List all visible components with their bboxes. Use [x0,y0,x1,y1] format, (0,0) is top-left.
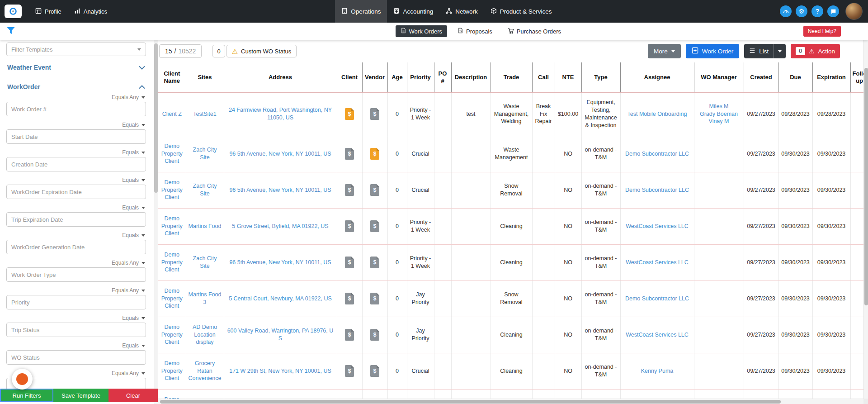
work-order-row[interactable]: Demo Property Client [158,389,863,399]
client-invoice-icon[interactable]: $ [345,184,354,196]
filter-templates-select[interactable]: Filter Templates [6,43,146,56]
section-weather-event[interactable]: Weather Event [6,60,146,75]
site-link[interactable]: AD Demo Location display [193,324,217,346]
assignee-link[interactable]: WestCoast Services LLC [626,223,689,229]
column-header-due[interactable]: Due [778,62,812,92]
client-invoice-icon[interactable]: $ [345,365,354,377]
column-header-wo-manager[interactable]: WO Manager [694,62,744,92]
list-view-button[interactable]: List [744,44,774,58]
column-header-type[interactable]: Type [581,62,620,92]
client-invoice-icon[interactable]: $ [345,293,354,304]
client-invoice-icon[interactable]: $ [345,220,354,232]
site-link[interactable]: Grocery Ratan Convenience [189,360,222,382]
dashboard-gauge-icon[interactable] [780,5,792,17]
vendor-invoice-icon[interactable]: $ [370,220,379,232]
vendor-invoice-icon[interactable]: $ [370,293,379,304]
vertical-scrollbar-thumb[interactable] [864,68,868,305]
filter-funnel-icon[interactable] [6,27,15,36]
site-link[interactable]: TestSite1 [193,111,216,117]
client-invoice-icon[interactable]: $ [345,148,354,160]
sidebar-scrollbar[interactable] [154,40,158,404]
address-link[interactable]: 171 W 29th St, New York, NY 10001, US [229,368,331,374]
filter-input-priority[interactable] [6,295,146,309]
vendor-invoice-icon[interactable]: $ [370,329,379,341]
filter-operator-dropdown[interactable]: Equals [6,315,146,321]
filter-input-workorder-generation-date[interactable] [6,240,146,254]
filter-input-trip-expiration-date[interactable] [6,212,146,227]
column-header-client[interactable]: Client [337,62,362,92]
sidebar-scrollbar-thumb[interactable] [154,43,158,193]
wo-manager-link[interactable]: Vinay M [697,118,741,125]
save-template-button[interactable]: Save Template [53,389,108,402]
client-invoice-icon[interactable]: $ [345,108,354,120]
new-work-order-button[interactable]: Work Order [686,44,740,58]
column-header-follow-up[interactable]: Follow up [850,62,863,92]
assignee-link[interactable]: Demo Subcontractor LLC [625,295,689,302]
column-header-created[interactable]: Created [744,62,778,92]
filter-operator-dropdown[interactable]: Equals [6,149,146,156]
app-logo[interactable] [5,5,22,18]
client-name-link[interactable]: Demo Property Client [161,179,183,201]
column-header-client-name[interactable]: Client Name [158,62,186,92]
filter-operator-dropdown[interactable]: Equals Any [6,260,146,266]
column-header-assignee[interactable]: Assignee [620,62,694,92]
client-name-link[interactable]: Client Z [162,111,182,117]
column-header-address[interactable]: Address [224,62,337,92]
address-link[interactable]: 24 Farmview Road, Port Washington, NY 11… [229,107,332,121]
filter-input-wo-status[interactable] [6,350,146,365]
address-link[interactable]: 600 Valley Road, Warrington, PA 18976, U… [227,328,334,342]
more-button[interactable]: More [648,44,681,58]
vendor-invoice-icon[interactable]: $ [370,257,379,268]
client-name-link[interactable]: Demo Property Client [161,288,183,309]
nav-accounting[interactable]: Accounting [387,0,439,23]
site-link[interactable]: Martins Food 3 [189,291,222,305]
column-header-age[interactable]: Age [387,62,407,92]
vendor-invoice-icon[interactable]: $ [370,148,379,160]
clear-filters-button[interactable]: Clear [108,389,158,402]
work-order-row[interactable]: Demo Property ClientZach City Site96 5th… [158,136,863,172]
nav-network[interactable]: Network [439,0,484,23]
filter-operator-dropdown[interactable]: Equals [6,342,146,349]
column-header-trade[interactable]: Trade [491,62,532,92]
assignee-link[interactable]: Test Mobile Onboarding [627,111,687,117]
filter-operator-dropdown[interactable]: Equals [6,204,146,211]
horizontal-scrollbar-thumb[interactable] [160,400,781,404]
need-help-button[interactable]: Need Help? [803,26,841,37]
column-header-nte[interactable]: NTE [555,62,581,92]
work-order-row[interactable]: Demo Property ClientZach City Site96 5th… [158,244,863,280]
site-link[interactable]: Zach City Site [193,255,217,269]
filter-operator-dropdown[interactable]: Equals [6,232,146,238]
filter-input-work-order[interactable] [6,102,146,116]
client-name-link[interactable]: Demo Property Client [161,143,183,165]
vendor-invoice-icon[interactable]: $ [370,184,379,196]
filter-input-creation-date[interactable] [6,157,146,171]
filter-input-workorder-expiration-date[interactable] [6,185,146,199]
client-name-link[interactable]: Demo Property Client [161,215,183,237]
run-filters-button[interactable]: Run Filters [0,389,53,402]
horizontal-scrollbar[interactable] [158,399,863,404]
work-order-row[interactable]: Client ZTestSite124 Farmview Road, Port … [158,92,863,136]
assignee-link[interactable]: WestCoast Services LLC [626,259,689,266]
chat-icon[interactable] [827,5,839,17]
tab-proposals[interactable]: Proposals [453,25,497,37]
address-link[interactable]: 96 5th Avenue, New York, NY 10011, US [229,259,331,266]
column-header-sites[interactable]: Sites [186,62,224,92]
work-order-row[interactable]: Demo Property ClientAD Demo Location dis… [158,317,863,353]
client-invoice-icon[interactable]: $ [345,329,354,341]
address-link[interactable]: 96 5th Avenue, New York, NY 10011, US [229,187,331,193]
column-header-vendor[interactable]: Vendor [362,62,387,92]
chat-widget-button[interactable] [12,369,33,390]
tab-work-orders[interactable]: Work Orders [396,25,447,37]
assignee-link[interactable]: Kenny Puma [641,368,674,374]
filter-operator-dropdown[interactable]: Equals [6,122,146,128]
help-icon[interactable]: ? [811,5,823,17]
site-link[interactable]: Zach City Site [193,183,217,197]
nav-profile[interactable]: Profile [29,0,68,23]
column-header-description[interactable]: Description [451,62,491,92]
address-link[interactable]: 5 Grove Street, Byfield, MA 01922, US [232,223,328,229]
filter-input-work-order-type[interactable] [6,267,146,282]
client-name-link[interactable]: Demo Property Client [161,252,183,273]
filter-input-trip-status[interactable] [6,323,146,337]
column-header-call[interactable]: Call [532,62,555,92]
address-link[interactable]: 5 Central Court, Newbury, MA 01922, US [229,295,332,302]
